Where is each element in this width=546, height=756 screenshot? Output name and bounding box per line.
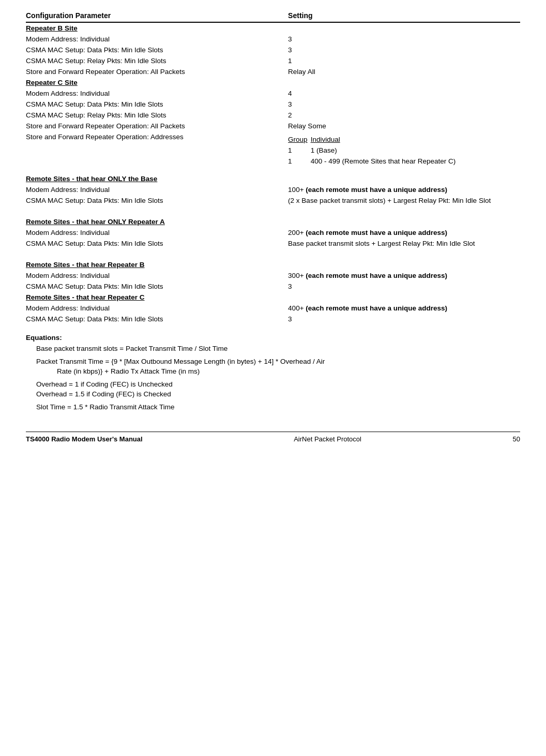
subtable-cell: 400 - 499 (Remote Sites that hear Repeat… — [311, 156, 459, 167]
param-cell: Store and Forward Repeater Operation: Ad… — [26, 131, 283, 168]
subtable-col-header: Group — [288, 134, 311, 145]
col-header-param: Configuration Parameter — [26, 9, 283, 22]
param-cell: CSMA MAC Setup: Data Pkts: Min Idle Slot… — [26, 45, 283, 55]
setting-cell: 3 — [283, 314, 520, 324]
setting-cell: Relay Some — [283, 121, 520, 131]
param-cell: Modem Address: Individual — [26, 270, 283, 281]
eq-line-1: Base packet transmit slots = Packet Tran… — [26, 345, 520, 352]
param-cell: CSMA MAC Setup: Data Pkts: Min Idle Slot… — [26, 281, 283, 292]
addresses-subtable: GroupIndividual11 (Base)1400 - 499 (Remo… — [288, 134, 459, 167]
table-row: Store and Forward Repeater Operation: Al… — [26, 66, 520, 77]
eq-line-5: Slot Time = 1.5 * Radio Transmit Attack … — [26, 403, 520, 411]
setting-cell: 3 — [283, 45, 520, 55]
section-header-cell: Repeater B Site — [26, 22, 520, 34]
param-cell: Modem Address: Individual — [26, 184, 283, 195]
table-row: CSMA MAC Setup: Data Pkts: Min Idle Slot… — [26, 314, 520, 324]
section-header-cell: Remote Sites - that hear ONLY the Base — [26, 173, 520, 184]
table-row: Modem Address: Individual4 — [26, 88, 520, 99]
footer-left: TS4000 Radio Modem User's Manual — [26, 435, 143, 443]
param-cell: CSMA MAC Setup: Data Pkts: Min Idle Slot… — [26, 99, 283, 110]
section-header-cell: Remote Sites - that hear Repeater C — [26, 292, 520, 303]
spacer-row — [26, 254, 520, 259]
table-row: CSMA MAC Setup: Data Pkts: Min Idle Slot… — [26, 238, 520, 249]
footer-right: 50 — [513, 435, 520, 443]
subtable-cell: 1 — [288, 156, 311, 167]
setting-cell: 4 — [283, 88, 520, 99]
table-row: Modem Address: Individual200+ (each remo… — [26, 227, 520, 238]
eq-block-3: Overhead = 1 if Coding (FEC) is Unchecke… — [26, 380, 520, 398]
subtable-cell: 1 (Base) — [311, 145, 459, 156]
setting-cell: 3 — [283, 34, 520, 45]
section-header-row: Remote Sites - that hear ONLY the Base — [26, 173, 520, 184]
setting-cell: 300+ (each remote must have a unique add… — [283, 270, 520, 281]
param-cell: Modem Address: Individual — [26, 88, 283, 99]
table-row: CSMA MAC Setup: Data Pkts: Min Idle Slot… — [26, 281, 520, 292]
subtable-cell: 1 — [288, 145, 311, 156]
main-table: Configuration Parameter Setting Repeater… — [26, 9, 520, 324]
setting-cell: Base packet transmit slots + Largest Rel… — [283, 238, 520, 249]
setting-cell: 400+ (each remote must have a unique add… — [283, 303, 520, 314]
equations-title: Equations: — [26, 334, 520, 342]
eq-line-2: Packet Transmit Time = {9 * [Max Outboun… — [26, 358, 520, 365]
param-cell: Store and Forward Repeater Operation: Al… — [26, 66, 283, 77]
setting-cell: 3 — [283, 99, 520, 110]
section-header-cell: Repeater C Site — [26, 77, 520, 88]
table-row: CSMA MAC Setup: Data Pkts: Min Idle Slot… — [26, 99, 520, 110]
table-row: CSMA MAC Setup: Data Pkts: Min Idle Slot… — [26, 195, 520, 206]
param-cell: Modem Address: Individual — [26, 227, 283, 238]
spacer-row — [26, 206, 520, 211]
footer-center: AirNet Packet Protocol — [294, 435, 361, 443]
eq-block-1: Base packet transmit slots = Packet Tran… — [26, 345, 520, 352]
section-header-cell: Remote Sites - that hear Repeater B — [26, 259, 520, 270]
table-row: Modem Address: Individual400+ (each remo… — [26, 303, 520, 314]
eq-line-2b: Rate (in kbps)} + Radio Tx Attack Time (… — [26, 367, 520, 375]
col-header-setting: Setting — [283, 9, 520, 22]
setting-cell: 2 — [283, 110, 520, 121]
section-header-row: Remote Sites - that hear Repeater C — [26, 292, 520, 303]
table-row: CSMA MAC Setup: Data Pkts: Min Idle Slot… — [26, 45, 520, 55]
spacer-row — [26, 249, 520, 254]
equations-section: Equations: Base packet transmit slots = … — [26, 334, 520, 416]
spacer-row — [26, 168, 520, 173]
table-row: CSMA MAC Setup: Relay Pkts: Min Idle Slo… — [26, 55, 520, 66]
setting-cell: 100+ (each remote must have a unique add… — [283, 184, 520, 195]
table-row: Store and Forward Repeater Operation: Al… — [26, 121, 520, 131]
section-header-row: Remote Sites - that hear ONLY Repeater A — [26, 216, 520, 227]
setting-cell: 200+ (each remote must have a unique add… — [283, 227, 520, 238]
eq-line-4: Overhead = 1.5 if Coding (FEC) is Checke… — [26, 390, 520, 398]
spacer-row — [26, 211, 520, 216]
eq-line-3: Overhead = 1 if Coding (FEC) is Unchecke… — [26, 380, 520, 388]
setting-cell: (2 x Base packet transmit slots) + Large… — [283, 195, 520, 206]
section-header-row: Repeater C Site — [26, 77, 520, 88]
param-cell: CSMA MAC Setup: Data Pkts: Min Idle Slot… — [26, 314, 283, 324]
section-header-row: Remote Sites - that hear Repeater B — [26, 259, 520, 270]
setting-cell: GroupIndividual11 (Base)1400 - 499 (Remo… — [283, 131, 520, 168]
eq-block-4: Slot Time = 1.5 * Radio Transmit Attack … — [26, 403, 520, 411]
eq-block-2: Packet Transmit Time = {9 * [Max Outboun… — [26, 358, 520, 375]
param-cell: CSMA MAC Setup: Relay Pkts: Min Idle Slo… — [26, 55, 283, 66]
page: Configuration Parameter Setting Repeater… — [0, 0, 546, 756]
table-row: Modem Address: Individual300+ (each remo… — [26, 270, 520, 281]
subtable-row: Store and Forward Repeater Operation: Ad… — [26, 131, 520, 168]
table-row: Modem Address: Individual3 — [26, 34, 520, 45]
section-header-cell: Remote Sites - that hear ONLY Repeater A — [26, 216, 520, 227]
param-cell: Modem Address: Individual — [26, 34, 283, 45]
setting-cell: 1 — [283, 55, 520, 66]
table-row: CSMA MAC Setup: Relay Pkts: Min Idle Slo… — [26, 110, 520, 121]
param-cell: CSMA MAC Setup: Relay Pkts: Min Idle Slo… — [26, 110, 283, 121]
table-row: Modem Address: Individual100+ (each remo… — [26, 184, 520, 195]
footer: TS4000 Radio Modem User's Manual AirNet … — [26, 432, 520, 446]
subtable-col-header: Individual — [311, 134, 459, 145]
param-cell: CSMA MAC Setup: Data Pkts: Min Idle Slot… — [26, 238, 283, 249]
param-cell: Modem Address: Individual — [26, 303, 283, 314]
setting-cell: Relay All — [283, 66, 520, 77]
section-header-row: Repeater B Site — [26, 22, 520, 34]
param-cell: Store and Forward Repeater Operation: Al… — [26, 121, 283, 131]
param-cell: CSMA MAC Setup: Data Pkts: Min Idle Slot… — [26, 195, 283, 206]
setting-cell: 3 — [283, 281, 520, 292]
